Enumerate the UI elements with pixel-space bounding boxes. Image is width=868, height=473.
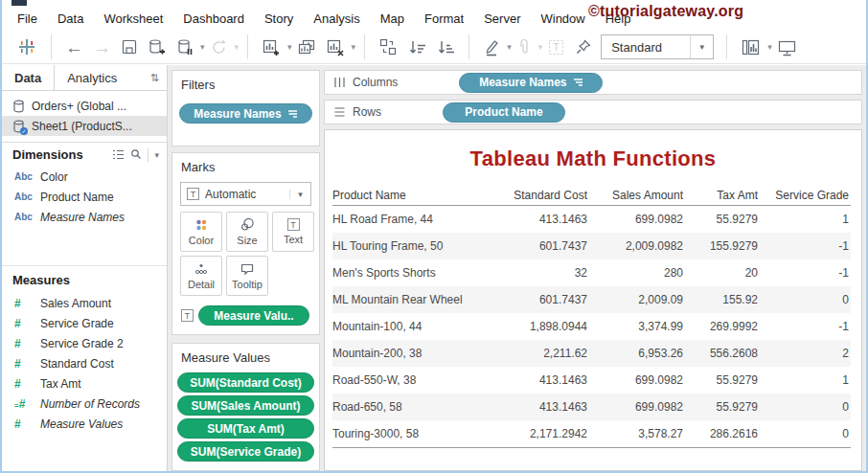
value-cell[interactable]: -1 xyxy=(760,239,851,253)
save-icon[interactable] xyxy=(116,34,143,60)
dimension-color[interactable]: Abc Color xyxy=(2,167,167,187)
clear-sheet-caret-icon[interactable]: ▾ xyxy=(352,42,356,52)
redo-icon[interactable]: → xyxy=(88,34,116,60)
column-header[interactable]: Product Name xyxy=(332,189,484,202)
filter-pill-measure-names[interactable]: Measure Names xyxy=(179,103,312,124)
value-cell[interactable]: 2,171.2942 xyxy=(484,427,589,440)
value-cell[interactable]: 2 xyxy=(760,347,851,360)
sort-descending-icon[interactable] xyxy=(431,34,460,60)
pane-swap-icon[interactable]: ⇅ xyxy=(150,72,167,84)
duplicate-sheet-icon[interactable] xyxy=(292,34,321,60)
menu-server[interactable]: Server xyxy=(484,11,520,26)
pane-dropdown-icon[interactable]: ▾ xyxy=(154,150,159,160)
swap-rows-columns-icon[interactable] xyxy=(374,34,402,60)
table-row[interactable]: ML Mountain Rear Wheel 601.7437 2,009.09… xyxy=(332,286,851,313)
value-cell[interactable]: -1 xyxy=(760,320,851,333)
menu-map[interactable]: Map xyxy=(380,11,404,26)
table-row[interactable]: Mountain-200, 38 2,211.62 6,953.26 556.2… xyxy=(332,340,851,367)
value-cell[interactable]: 6,953.26 xyxy=(589,347,685,360)
undo-icon[interactable]: ← xyxy=(60,34,88,60)
table-row[interactable]: Road-650, 58 413.1463 699.0982 55.9279 0 xyxy=(332,394,851,420)
value-cell[interactable]: 55.9279 xyxy=(685,373,760,387)
columns-pill-measure-names[interactable]: Measure Names xyxy=(459,73,603,93)
value-cell[interactable]: 32 xyxy=(484,266,589,280)
value-cell[interactable]: 3,374.99 xyxy=(589,320,685,333)
text-button[interactable]: T Text xyxy=(272,212,314,252)
tab-analytics[interactable]: Analytics xyxy=(55,65,129,90)
measure-service-grade-2[interactable]: # Service Grade 2 xyxy=(2,333,167,353)
measure-standard-cost[interactable]: # Standard Cost xyxy=(2,353,167,373)
refresh-caret-icon[interactable]: ▾ xyxy=(235,42,240,52)
value-cell[interactable]: 1 xyxy=(760,373,851,387)
presentation-mode-icon[interactable] xyxy=(772,34,802,60)
menu-file[interactable]: File xyxy=(17,11,37,26)
value-cell[interactable]: 601.7437 xyxy=(484,293,589,306)
refresh-icon[interactable] xyxy=(205,34,233,60)
value-cell[interactable]: 2,211.62 xyxy=(484,347,589,360)
value-cell[interactable]: 556.2608 xyxy=(685,347,760,360)
menu-window[interactable]: Window xyxy=(540,11,584,26)
pill-sum-standard-cost[interactable]: SUM(Standard Cost) xyxy=(177,372,314,393)
pill-sum-service-grade[interactable]: SUM(Service Grade) xyxy=(177,441,314,462)
show-mark-labels-icon[interactable]: T xyxy=(542,34,570,60)
table-row[interactable]: HL Road Frame, 44 413.1463 699.0982 55.9… xyxy=(332,206,851,233)
pill-sum-sales-amount[interactable]: SUM(Sales Amount) xyxy=(177,395,314,416)
column-header[interactable]: Sales Amount xyxy=(589,189,685,202)
measure-sales-amount[interactable]: # Sales Amount xyxy=(2,293,167,313)
find-field-icon[interactable] xyxy=(130,146,142,164)
value-cell[interactable]: 699.0982 xyxy=(589,213,685,226)
column-header[interactable]: Tax Amt xyxy=(685,189,760,202)
sort-ascending-icon[interactable] xyxy=(402,34,431,60)
new-datasource-icon[interactable] xyxy=(143,34,171,60)
menu-analysis[interactable]: Analysis xyxy=(313,11,359,26)
tab-data[interactable]: Data xyxy=(2,65,55,90)
value-cell[interactable]: 286.2616 xyxy=(685,427,760,440)
value-cell[interactable]: 280 xyxy=(589,266,685,280)
measure-number-of-records[interactable]: =# Number of Records xyxy=(2,394,167,414)
group-members-icon[interactable] xyxy=(512,34,537,60)
value-cell[interactable]: 3,578.27 xyxy=(589,427,685,440)
value-cell[interactable]: 413.1463 xyxy=(484,213,589,226)
menu-worksheet[interactable]: Worksheet xyxy=(103,11,163,26)
show-me-icon[interactable] xyxy=(736,34,765,60)
menu-story[interactable]: Story xyxy=(264,11,293,26)
column-header[interactable]: Standard Cost xyxy=(484,189,589,202)
value-cell[interactable]: 699.0982 xyxy=(589,400,685,414)
detail-button[interactable]: Detail xyxy=(180,256,222,296)
columns-shelf[interactable]: Columns Measure Names xyxy=(324,70,862,95)
value-cell[interactable]: 1 xyxy=(760,213,851,226)
datasource-sheet1[interactable]: ✓ Sheet1 (ProductS... xyxy=(2,116,167,136)
value-cell[interactable]: 1,898.0944 xyxy=(484,320,589,333)
measure-service-grade[interactable]: # Service Grade xyxy=(2,313,167,333)
measure-values-pill[interactable]: Measure Valu.. xyxy=(198,305,309,326)
pill-sum-tax-amt[interactable]: SUM(Tax Amt) xyxy=(177,418,314,439)
color-button[interactable]: Color xyxy=(180,212,222,252)
pause-updates-icon[interactable] xyxy=(171,34,198,60)
value-cell[interactable]: 55.9279 xyxy=(685,400,760,414)
value-cell[interactable]: 55.9279 xyxy=(685,213,760,226)
value-cell[interactable]: 20 xyxy=(685,266,760,280)
table-row[interactable]: HL Touring Frame, 50 601.7437 2,009.0982… xyxy=(332,233,851,259)
clear-sheet-icon[interactable] xyxy=(321,34,350,60)
tableau-logo-icon[interactable] xyxy=(11,34,42,60)
value-cell[interactable]: 155.92 xyxy=(685,293,760,306)
tooltip-button[interactable]: Tooltip xyxy=(226,256,268,296)
value-cell[interactable]: 699.0982 xyxy=(589,373,685,387)
rows-shelf[interactable]: Rows Product Name xyxy=(324,100,862,124)
menu-data[interactable]: Data xyxy=(57,11,83,26)
fit-mode-select[interactable]: Standard ▾ xyxy=(601,34,714,59)
value-cell[interactable]: 269.9992 xyxy=(685,320,760,333)
highlight-icon[interactable] xyxy=(478,34,505,60)
table-row[interactable]: Mountain-100, 44 1,898.0944 3,374.99 269… xyxy=(332,313,851,340)
value-cell[interactable]: 0 xyxy=(760,400,851,414)
value-cell[interactable]: 2,009.0982 xyxy=(589,239,685,253)
column-header[interactable]: Service Grade xyxy=(760,189,851,202)
value-cell[interactable]: 155.9279 xyxy=(685,239,760,253)
dimension-measure-names[interactable]: Abc Measure Names xyxy=(2,207,167,227)
new-worksheet-icon[interactable] xyxy=(257,34,286,60)
value-cell[interactable]: 413.1463 xyxy=(484,373,589,387)
mark-type-select[interactable]: T Automatic ▾ xyxy=(180,182,311,206)
menu-format[interactable]: Format xyxy=(424,11,464,26)
dimension-product-name[interactable]: Abc Product Name xyxy=(2,187,167,207)
value-cell[interactable]: 601.7437 xyxy=(484,239,589,253)
